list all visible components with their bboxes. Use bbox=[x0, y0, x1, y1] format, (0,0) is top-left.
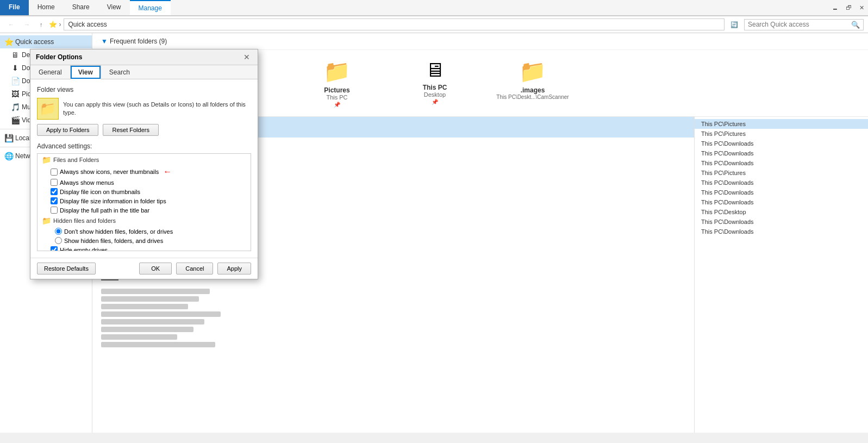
settings-list[interactable]: 📁 Files and Folders Always show icons, n… bbox=[37, 153, 251, 251]
hide-empty-drives-checkbox[interactable] bbox=[51, 246, 58, 251]
always-menus-label: Always show menus bbox=[60, 179, 114, 186]
cancel-btn[interactable]: Cancel bbox=[176, 263, 213, 274]
file-size-label: Display file size information in folder … bbox=[60, 198, 166, 204]
dialog-tabs: General View Search bbox=[30, 65, 258, 79]
dialog-tab-general[interactable]: General bbox=[30, 65, 70, 79]
restore-defaults-btn[interactable]: Restore Defaults bbox=[37, 263, 96, 274]
setting-always-icons[interactable]: Always show icons, never thumbnails ← bbox=[38, 166, 251, 178]
setting-show-hidden[interactable]: Show hidden files, folders, and drives bbox=[38, 236, 251, 245]
file-icon-thumb-checkbox[interactable] bbox=[51, 188, 58, 195]
file-size-checkbox[interactable] bbox=[51, 197, 58, 204]
folder-sample-icon: 📁 bbox=[37, 98, 59, 120]
dialog-title-text: Folder Options bbox=[36, 53, 82, 61]
apply-dlg-btn[interactable]: Apply bbox=[217, 263, 251, 274]
dialog-tab-view[interactable]: View bbox=[70, 65, 101, 79]
arrow-indicator: ← bbox=[163, 167, 172, 177]
setting-dont-show-hidden[interactable]: Don't show hidden files, folders, or dri… bbox=[38, 227, 251, 236]
folder-views-section: Folder views 📁 You can apply this view (… bbox=[37, 86, 251, 136]
dialog-body: Folder views 📁 You can apply this view (… bbox=[30, 79, 258, 258]
file-icon-thumb-label: Display file icon on thumbnails bbox=[60, 189, 140, 195]
dialog-footer: Restore Defaults OK Cancel Apply bbox=[30, 258, 258, 279]
show-hidden-radio[interactable] bbox=[55, 237, 62, 244]
files-and-folders-group: 📁 Files and Folders bbox=[38, 154, 251, 166]
dont-show-hidden-label: Don't show hidden files, folders, or dri… bbox=[64, 228, 173, 235]
always-icons-label: Always show icons, never thumbnails bbox=[60, 169, 159, 175]
folder-views-row: 📁 You can apply this view (such as Detai… bbox=[37, 98, 251, 120]
dialog-close-btn[interactable]: ✕ bbox=[241, 53, 252, 61]
advanced-label: Advanced settings: bbox=[37, 142, 251, 150]
ok-btn[interactable]: OK bbox=[139, 263, 172, 274]
dialog-title-bar: Folder Options ✕ bbox=[30, 49, 258, 65]
folder-options-dialog: Folder Options ✕ General View Search Fol… bbox=[30, 49, 258, 279]
setting-hide-empty-drives[interactable]: Hide empty drives bbox=[38, 245, 251, 251]
hidden-group-folder-icon: 📁 bbox=[42, 216, 51, 225]
setting-file-icon-thumb[interactable]: Display file icon on thumbnails bbox=[38, 187, 251, 196]
setting-file-size[interactable]: Display file size information in folder … bbox=[38, 196, 251, 205]
folder-views-buttons: Apply to Folders Reset Folders bbox=[37, 124, 251, 136]
dialog-overlay: Folder Options ✕ General View Search Fol… bbox=[0, 0, 868, 443]
advanced-section: Advanced settings: 📁 Files and Folders A… bbox=[37, 142, 251, 251]
group-label: Files and Folders bbox=[53, 157, 99, 163]
setting-full-path[interactable]: Display the full path in the title bar bbox=[38, 205, 251, 215]
dont-show-hidden-radio[interactable] bbox=[55, 228, 62, 235]
hidden-files-group: 📁 Hidden files and folders bbox=[38, 215, 251, 227]
group-folder-icon: 📁 bbox=[42, 155, 51, 164]
apply-to-folders-btn[interactable]: Apply to Folders bbox=[37, 124, 98, 136]
always-icons-checkbox[interactable] bbox=[51, 169, 58, 176]
always-menus-checkbox[interactable] bbox=[51, 179, 58, 186]
hidden-group-label: Hidden files and folders bbox=[53, 217, 116, 224]
setting-always-menus[interactable]: Always show menus bbox=[38, 178, 251, 187]
full-path-checkbox[interactable] bbox=[51, 207, 58, 214]
full-path-label: Display the full path in the title bar bbox=[60, 207, 149, 214]
reset-folders-btn[interactable]: Reset Folders bbox=[103, 124, 158, 136]
show-hidden-label: Show hidden files, folders, and drives bbox=[64, 238, 163, 244]
folder-views-description: You can apply this view (such as Details… bbox=[63, 101, 251, 117]
dialog-tab-search[interactable]: Search bbox=[101, 65, 138, 79]
hide-empty-drives-label: Hide empty drives bbox=[60, 247, 108, 252]
folder-views-title: Folder views bbox=[37, 86, 251, 93]
